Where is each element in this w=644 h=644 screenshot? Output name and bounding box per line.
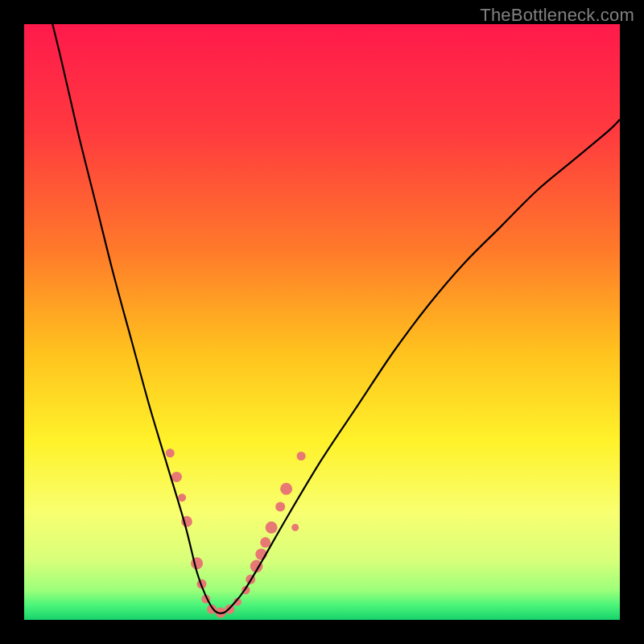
- data-marker: [280, 483, 292, 495]
- data-marker: [166, 448, 175, 457]
- data-marker: [297, 452, 306, 460]
- data-marker: [275, 502, 285, 511]
- watermark-text: TheBottleneck.com: [480, 5, 634, 26]
- data-marker: [291, 524, 299, 531]
- data-marker: [171, 472, 182, 482]
- data-marker: [266, 522, 278, 534]
- plot-area: [24, 24, 620, 620]
- data-marker: [178, 493, 186, 502]
- data-marker: [260, 537, 270, 547]
- chart-frame: TheBottleneck.com: [0, 0, 644, 644]
- curve-layer: [24, 24, 620, 620]
- bottleneck-curve: [42, 24, 620, 613]
